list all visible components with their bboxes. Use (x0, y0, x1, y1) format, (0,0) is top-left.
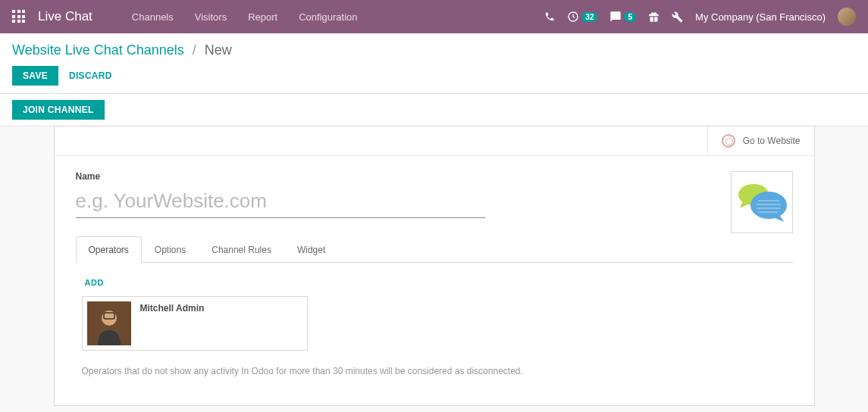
name-label: Name (76, 171, 485, 182)
company-selector[interactable]: My Company (San Francisco) (695, 11, 826, 23)
chat-bubbles-icon (735, 181, 788, 223)
activity-badge: 32 (581, 12, 597, 22)
svg-point-2 (750, 192, 787, 219)
breadcrumb-parent[interactable]: Website Live Chat Channels (12, 42, 184, 58)
form-actions: SAVE DISCARD (12, 66, 856, 93)
main-nav: Channels Visitors Report Configuration (123, 5, 367, 29)
tab-channel-rules[interactable]: Channel Rules (199, 236, 284, 263)
operators-hint: Operators that do not show any activity … (82, 366, 787, 376)
goto-website-button[interactable]: Go to Website (707, 126, 814, 155)
tab-widget[interactable]: Widget (284, 236, 338, 263)
messages-icon[interactable]: 5 (609, 11, 636, 23)
add-operator-button[interactable]: ADD (85, 278, 104, 287)
tools-icon[interactable] (672, 11, 683, 23)
nav-report[interactable]: Report (239, 5, 287, 29)
breadcrumb: Website Live Chat Channels / New (12, 42, 856, 58)
nav-configuration[interactable]: Configuration (290, 5, 366, 29)
nav-visitors[interactable]: Visitors (186, 5, 236, 29)
channel-image[interactable] (731, 171, 793, 233)
nav-channels[interactable]: Channels (123, 5, 183, 29)
tab-options[interactable]: Options (142, 236, 199, 263)
user-avatar[interactable] (838, 8, 856, 26)
breadcrumb-current: New (205, 42, 232, 58)
gift-icon[interactable] (648, 11, 660, 23)
tab-content-operators: ADD Mitchell Admin Operators that do not… (76, 263, 793, 390)
tab-operators[interactable]: Operators (76, 236, 142, 263)
breadcrumb-bar: Website Live Chat Channels / New SAVE DI… (0, 33, 868, 94)
globe-icon (722, 134, 735, 148)
goto-website-label: Go to Website (743, 136, 801, 146)
operator-card[interactable]: Mitchell Admin (82, 296, 308, 351)
top-navbar: Live Chat Channels Visitors Report Confi… (0, 0, 868, 33)
form-sheet: Go to Website Name (54, 126, 815, 406)
app-title: Live Chat (38, 9, 92, 24)
status-bar: JOIN CHANNEL (0, 94, 868, 126)
tabs: Operators Options Channel Rules Widget (76, 236, 793, 263)
name-input[interactable] (76, 186, 485, 218)
operator-avatar (87, 301, 131, 345)
breadcrumb-separator: / (193, 42, 196, 58)
activity-icon[interactable]: 32 (567, 11, 597, 23)
save-button[interactable]: SAVE (12, 66, 58, 86)
sheet-button-box: Go to Website (55, 126, 814, 156)
discard-button[interactable]: DISCARD (69, 70, 112, 81)
messages-badge: 5 (624, 12, 636, 22)
apps-menu-icon[interactable] (12, 10, 26, 23)
operator-name: Mitchell Admin (140, 301, 205, 314)
join-channel-button[interactable]: JOIN CHANNEL (12, 100, 105, 120)
topbar-right: 32 5 My Company (San Francisco) (544, 8, 856, 26)
phone-icon[interactable] (544, 11, 555, 22)
